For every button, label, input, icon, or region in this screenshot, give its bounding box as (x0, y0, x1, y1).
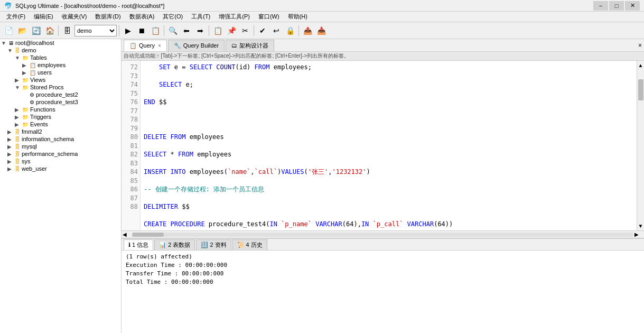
toolbar-new[interactable]: 📄 (2, 24, 15, 37)
history-tab-label: 4 历史 (246, 241, 263, 249)
editor-area[interactable]: 72 73 74 75 76 77 78 79 80 81 82 83 84 8… (122, 61, 644, 230)
toolbar-rollback[interactable]: ↩ (270, 24, 283, 37)
functions-expand-icon[interactable]: ▶ (15, 107, 22, 113)
menu-edit[interactable]: 编辑(E) (30, 12, 58, 21)
bottom-tab-profile[interactable]: 🔢 2 资料 (196, 239, 231, 250)
infoschema-expand-icon[interactable]: ▶ (7, 136, 15, 142)
tree-db-sys[interactable]: ▶ 🗄 sys (0, 158, 121, 165)
tree-table-employees[interactable]: ▶ 📋 employees (0, 61, 121, 69)
bottom-tab-info[interactable]: ℹ 1 信息 (124, 239, 153, 250)
menu-window[interactable]: 窗口(W) (254, 12, 284, 21)
infoschema-label: information_schema (22, 136, 74, 142)
toolbar-explain[interactable]: 📋 (149, 24, 162, 37)
sys-expand-icon[interactable]: ▶ (7, 159, 15, 164)
scroll-thumb[interactable] (638, 79, 643, 100)
functions-label: Functions (30, 106, 55, 113)
views-expand-icon[interactable]: ▶ (15, 77, 22, 83)
tables-expand-icon[interactable]: ▼ (15, 55, 22, 61)
toolbar-open[interactable]: 📂 (16, 24, 29, 37)
vertical-scrollbar[interactable]: ▲ ▼ (637, 61, 644, 230)
tree-proc-test2[interactable]: ⚙ procedure_test2 (0, 91, 121, 98)
toolbar-db[interactable]: 🗄 (61, 24, 73, 37)
tree-db-infoschema[interactable]: ▶ 🗄 information_schema (0, 135, 121, 143)
expand-icon[interactable]: ▼ (1, 40, 8, 46)
menu-file[interactable]: 文件(F) (2, 12, 30, 21)
procs-expand-icon[interactable]: ▼ (15, 85, 22, 90)
toolbar-copy[interactable]: 📋 (211, 24, 224, 37)
triggers-icon: 📁 (22, 114, 29, 120)
toolbar-stop[interactable]: ⏹ (135, 24, 148, 37)
tree-table-users[interactable]: ▶ 📋 users (0, 69, 121, 76)
toolbar-cut[interactable]: ✂ (239, 24, 251, 37)
toolbar-refresh[interactable]: 🔄 (30, 24, 42, 37)
scroll-up[interactable]: ▲ (638, 62, 643, 69)
toolbar-commit[interactable]: ✔ (256, 24, 269, 37)
tree-db-perfschema[interactable]: ▶ 🗄 performance_schema (0, 150, 121, 158)
triggers-expand-icon[interactable]: ▶ (15, 114, 22, 120)
schema-tab-icon: 🗂 (231, 42, 237, 49)
menu-tools[interactable]: 工具(T) (187, 12, 214, 21)
tab-schema-designer[interactable]: 🗂 架构设计器 (226, 40, 274, 51)
tree-tables[interactable]: ▼ 📁 Tables (0, 54, 121, 61)
tree-proc-test3[interactable]: ⚙ procedure_test3 (0, 98, 121, 106)
toolbar-sep-2 (119, 25, 119, 36)
tabledata-tab-label: 2 表数据 (168, 241, 190, 249)
h-scrollbar[interactable]: ◀ ▶ (122, 230, 644, 238)
h-scroll-track[interactable] (132, 233, 633, 237)
tree-functions[interactable]: ▶ 📁 Functions (0, 106, 121, 113)
hint-text: 自动完成功能:↑ [Tab]->下一标签; [Ctrl+Space]->列出匹配… (124, 53, 349, 59)
tree-views[interactable]: ▶ 📁 Views (0, 76, 121, 84)
menu-favorites[interactable]: 收藏夹(V) (58, 12, 91, 21)
tree-db-demo[interactable]: ▼ 🗄 demo (0, 47, 121, 54)
h-scroll-thumb[interactable] (132, 233, 164, 237)
tree-db-fmmall2[interactable]: ▶ 🗄 fmmall2 (0, 128, 121, 135)
demo-expand-icon[interactable]: ▼ (7, 48, 15, 53)
toolbar-prev[interactable]: ⬅ (180, 24, 193, 37)
menu-table[interactable]: 数据表(A) (125, 12, 159, 21)
query-tab-close[interactable]: × (158, 43, 161, 49)
bottom-tab-tabledata[interactable]: 📊 2 表数据 (154, 239, 195, 250)
menu-help[interactable]: 帮助(H) (284, 12, 312, 21)
tab-query-builder[interactable]: 🔧 Query Builder (168, 40, 225, 51)
employees-expand-icon[interactable]: ▶ (22, 62, 30, 68)
events-expand-icon[interactable]: ▶ (15, 122, 22, 127)
toolbar-next[interactable]: ➡ (194, 24, 207, 37)
toolbar-auto-commit[interactable]: 🔒 (284, 24, 296, 37)
tab-query[interactable]: 📋 Query × (124, 40, 167, 51)
code-editor[interactable]: SET e = SELECT COUNT(id) FROM employees;… (141, 61, 637, 230)
scroll-down[interactable]: ▼ (638, 223, 643, 229)
tree-stored-procs[interactable]: ▼ 📁 Stored Procs (0, 84, 121, 91)
menu-database[interactable]: 数据库(D) (91, 12, 125, 21)
main-layout: ▼ 🖥 root@localhost ▼ 🗄 demo ▼ 📁 Tables ▶… (0, 39, 644, 333)
tree-db-webuser[interactable]: ▶ 🗄 web_user (0, 165, 121, 172)
bottom-tab-history[interactable]: 📜 4 历史 (232, 239, 267, 250)
mysql-expand-icon[interactable]: ▶ (7, 144, 15, 150)
toolbar-find[interactable]: 🔍 (166, 24, 179, 37)
tree-triggers[interactable]: ▶ 📁 Triggers (0, 113, 121, 121)
toolbar-export[interactable]: 📤 (301, 24, 314, 37)
maximize-button[interactable]: □ (609, 1, 624, 11)
db-selector[interactable]: demo (74, 25, 117, 36)
tree-events[interactable]: ▶ 📁 Events (0, 121, 121, 128)
db-icon-sys: 🗄 (15, 159, 20, 164)
minimize-button[interactable]: − (593, 1, 608, 11)
toolbar-import[interactable]: 📥 (315, 24, 328, 37)
scroll-right[interactable]: ▶ (633, 232, 644, 237)
users-expand-icon[interactable]: ▶ (22, 70, 30, 76)
perfschema-expand-icon[interactable]: ▶ (7, 151, 15, 157)
toolbar-paste[interactable]: 📌 (225, 24, 238, 37)
fmmall2-expand-icon[interactable]: ▶ (7, 129, 15, 135)
menu-other[interactable]: 其它(O) (158, 12, 187, 21)
employees-label: employees (38, 62, 66, 68)
tree-connection[interactable]: ▼ 🖥 root@localhost (0, 39, 121, 47)
toolbar-sep-4 (209, 25, 209, 36)
db-icon-webuser: 🗄 (15, 166, 20, 172)
tab-close-panel[interactable]: × (638, 42, 644, 49)
close-button[interactable]: ✕ (625, 1, 640, 11)
scroll-left[interactable]: ◀ (122, 232, 132, 237)
menu-powertools[interactable]: 增强工具(P) (214, 12, 254, 21)
toolbar-home[interactable]: 🏠 (43, 24, 56, 37)
webuser-expand-icon[interactable]: ▶ (7, 166, 15, 172)
tree-db-mysql[interactable]: ▶ 🗄 mysql (0, 143, 121, 150)
toolbar-execute[interactable]: ▶ (122, 24, 134, 37)
